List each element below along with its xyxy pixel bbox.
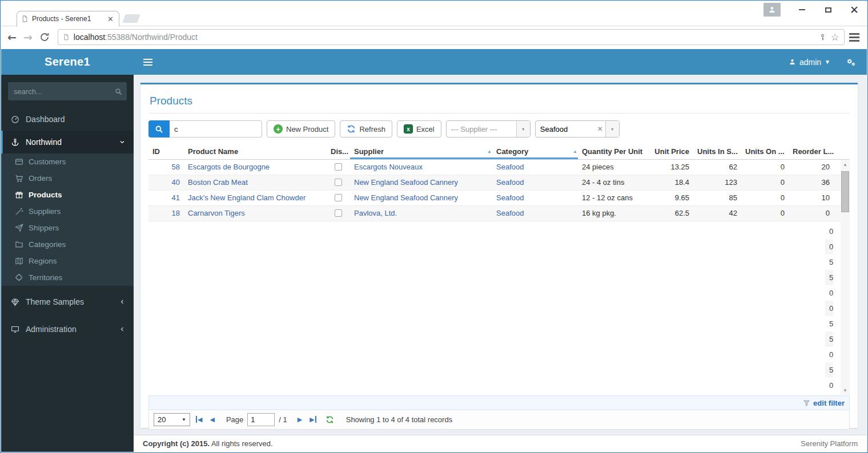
grid-row[interactable]: 41Jack's New England Clam ChowderNew Eng… — [148, 191, 850, 206]
cell-disc — [327, 206, 350, 221]
key-icon[interactable] — [819, 33, 826, 42]
edit-filter-link[interactable]: edit filter — [813, 399, 845, 407]
name-link[interactable]: Boston Crab Meat — [188, 178, 248, 187]
sidebar-item-theme-samples[interactable]: Theme Samples — [1, 290, 134, 313]
brand-logo[interactable]: Serene1 — [1, 49, 134, 75]
sidebar-item-territories[interactable]: Territories — [1, 269, 134, 286]
supplier-link[interactable]: Pavlova, Ltd. — [354, 209, 397, 217]
column-header-price[interactable]: Unit Price — [650, 144, 693, 159]
sidebar-item-northwind[interactable]: Northwind — [1, 131, 134, 153]
sidebar-item-label: Suppliers — [29, 207, 61, 216]
grid-row[interactable]: 40Boston Crab MeatNew England Seafood Ca… — [148, 175, 850, 191]
column-header-category[interactable]: Category▲ — [492, 144, 578, 159]
page-size-select[interactable]: 20 ▼ — [154, 413, 190, 426]
cell-category: Seafood — [492, 175, 578, 190]
bookmark-star-icon[interactable]: ☆ — [831, 31, 839, 43]
sidebar-item-categories[interactable]: Categories — [1, 236, 134, 253]
supplier-link[interactable]: New England Seafood Cannery — [354, 178, 458, 187]
scrollbar-thumb[interactable] — [841, 171, 849, 212]
clear-category-icon[interactable]: ✕ — [595, 125, 605, 133]
refresh-button[interactable]: Refresh — [340, 120, 392, 137]
category-link[interactable]: Seafood — [496, 178, 524, 187]
next-page-button[interactable]: ▶ — [296, 416, 304, 423]
discontinued-checkbox[interactable] — [335, 163, 342, 171]
category-link[interactable]: Seafood — [496, 163, 524, 171]
grid-row[interactable]: 18Carnarvon TigersPavlova, Ltd.Seafood16… — [148, 206, 850, 221]
excel-button[interactable]: x Excel — [397, 120, 441, 137]
column-label: Supplier — [354, 147, 384, 156]
first-page-button[interactable]: ◀ — [194, 416, 204, 423]
sidebar-item-dashboard[interactable]: Dashboard — [1, 108, 134, 131]
id-link[interactable]: 41 — [172, 193, 180, 202]
column-header-supplier[interactable]: Supplier▲ — [350, 144, 492, 159]
cell-stock: 123 — [693, 175, 741, 190]
supplier-link[interactable]: New England Seafood Cannery — [354, 193, 458, 202]
new-tab-button[interactable] — [122, 14, 140, 23]
column-header-name[interactable]: Product Name — [184, 144, 327, 159]
grid-scrollbar[interactable]: ▲ ▼ — [841, 160, 850, 395]
tab-favicon-icon — [21, 15, 29, 23]
tab-close-icon[interactable]: ✕ — [106, 15, 115, 23]
pager-refresh-icon[interactable] — [326, 415, 334, 424]
column-label: Product Name — [188, 147, 238, 156]
id-link[interactable]: 18 — [172, 209, 180, 217]
sidebar-item-orders[interactable]: Orders — [1, 170, 134, 187]
quick-search-input[interactable] — [170, 120, 262, 137]
url-bar[interactable]: localhost:55388/Northwind/Product ☆ — [58, 29, 845, 45]
dropdown-arrow-icon[interactable]: ▼ — [605, 121, 619, 137]
discontinued-checkbox[interactable] — [335, 209, 342, 217]
maximize-button[interactable] — [815, 2, 841, 18]
grid-render-artifact: 0 — [825, 301, 833, 316]
supplier-select[interactable]: --- Supplier --- ▼ — [446, 120, 531, 137]
new-product-button[interactable]: + New Product — [267, 120, 335, 137]
minimize-button[interactable] — [789, 2, 815, 18]
scroll-down-icon[interactable]: ▼ — [841, 386, 850, 395]
sidebar-item-suppliers[interactable]: Suppliers — [1, 203, 134, 220]
caret-down-icon: ▼ — [825, 59, 830, 65]
discontinued-checkbox[interactable] — [335, 179, 342, 186]
dropdown-arrow-icon[interactable]: ▼ — [516, 121, 530, 137]
sidebar-toggle-icon[interactable] — [143, 59, 152, 66]
copyright-rest: All rights reserved. — [210, 439, 273, 448]
column-header-disc[interactable]: Dis... — [327, 144, 350, 159]
prev-page-button[interactable]: ◀ — [208, 416, 216, 423]
category-link[interactable]: Seafood — [496, 209, 524, 217]
page-number-input[interactable] — [247, 413, 275, 426]
sidebar-item-administration[interactable]: Administration — [1, 318, 134, 341]
name-link[interactable]: Jack's New England Clam Chowder — [188, 193, 306, 202]
browser-menu-icon[interactable] — [849, 33, 859, 42]
sidebar-item-shippers[interactable]: Shippers — [1, 220, 134, 236]
column-label: ID — [152, 147, 160, 156]
sidebar-item-customers[interactable]: Customers — [1, 153, 134, 170]
scroll-up-icon[interactable]: ▲ — [841, 160, 850, 169]
category-select[interactable]: Seafood ✕ ▼ — [535, 120, 620, 137]
user-menu[interactable]: admin ▼ — [789, 58, 830, 67]
settings-gears-icon[interactable] — [845, 57, 857, 67]
sidebar-item-products[interactable]: Products — [1, 187, 134, 203]
discontinued-checkbox[interactable] — [335, 194, 342, 201]
reload-button[interactable] — [39, 32, 50, 42]
column-header-qpu[interactable]: Quantity Per Unit — [578, 144, 650, 159]
last-page-button[interactable]: ▶ — [308, 416, 318, 423]
grid-row[interactable]: 58Escargots de BourgogneEscargots Nouvea… — [148, 160, 850, 175]
profile-icon[interactable] — [763, 3, 781, 17]
column-header-stock[interactable]: Units In S... — [693, 144, 741, 159]
column-header-onorder[interactable]: Units On ... — [741, 144, 789, 159]
sidebar-search-input[interactable] — [14, 87, 114, 96]
forward-button[interactable]: → — [23, 31, 33, 43]
name-link[interactable]: Escargots de Bourgogne — [188, 163, 270, 171]
name-link[interactable]: Carnarvon Tigers — [188, 209, 245, 217]
quick-search-button[interactable] — [148, 120, 170, 137]
id-link[interactable]: 40 — [172, 178, 180, 187]
cell-name: Carnarvon Tigers — [184, 206, 327, 221]
id-link[interactable]: 58 — [172, 163, 180, 171]
supplier-link[interactable]: Escargots Nouveaux — [354, 163, 423, 171]
column-header-id[interactable]: ID — [148, 144, 184, 159]
column-header-reorder[interactable]: Reorder L... — [789, 144, 834, 159]
sidebar-item-regions[interactable]: Regions — [1, 253, 134, 269]
grid-render-artifact: 5 — [825, 270, 833, 285]
browser-tab[interactable]: Products - Serene1 ✕ — [17, 11, 119, 27]
back-button[interactable]: ← — [7, 31, 17, 43]
close-window-button[interactable]: ✕ — [841, 2, 867, 18]
category-link[interactable]: Seafood — [496, 193, 524, 202]
